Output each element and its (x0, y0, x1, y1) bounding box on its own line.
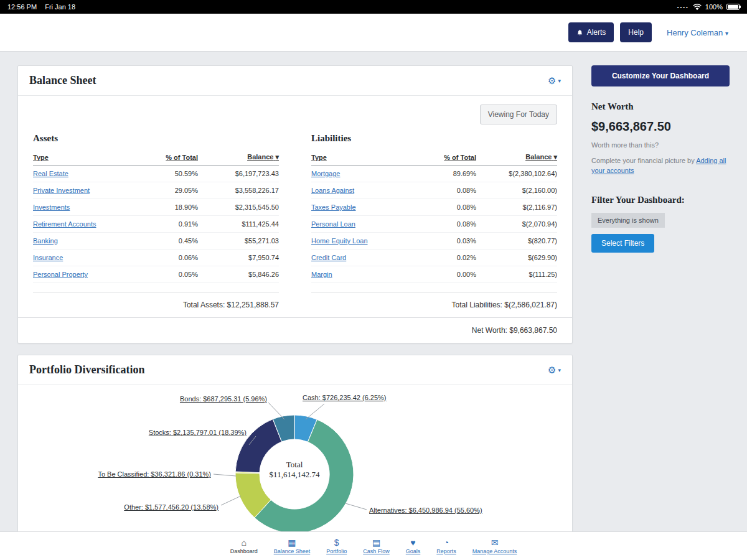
balance-value: $(2,070.94) (476, 220, 557, 228)
account-type-link[interactable]: Insurance (33, 254, 142, 261)
main-area: Balance Sheet ⚙ ▾ Viewing For Today Asse… (0, 51, 747, 531)
nav-item-balance-sheet[interactable]: ▦Balance Sheet (274, 538, 311, 554)
user-menu[interactable]: Henry Coleman ▾ (667, 28, 728, 37)
balance-value: $55,271.03 (198, 237, 279, 245)
account-type-link[interactable]: Banking (33, 237, 142, 245)
chart-label-to-be-classified[interactable]: To Be Classified: $36,321.86 (0.31%) (87, 470, 211, 478)
sort-caret-icon: ▾ (275, 153, 279, 161)
signal-dots-icon: •••• (677, 4, 689, 10)
help-button[interactable]: Help (620, 22, 652, 42)
chevron-down-icon: ▾ (725, 30, 728, 37)
nav-label: Dashboard (230, 548, 258, 554)
account-type-link[interactable]: Home Equity Loan (311, 237, 420, 245)
table-row: Insurance0.06%$7,950.74 (33, 250, 279, 266)
nav-item-goals[interactable]: ♥Goals (406, 538, 421, 554)
column-type[interactable]: Type (33, 154, 142, 161)
net-worth-value: $9,663,867.50 (591, 119, 730, 134)
customize-dashboard-button[interactable]: Customize Your Dashboard (591, 65, 730, 86)
status-date: Fri Jan 18 (45, 3, 75, 11)
chart-label-cash[interactable]: Cash: $726,235.42 (6.25%) (303, 394, 387, 401)
chart-label-stocks[interactable]: Stocks: $2,135,797.01 (18.39%) (122, 429, 247, 436)
account-type-link[interactable]: Personal Loan (311, 220, 420, 228)
liabilities-table-header: Type % of Total Balance ▾ (311, 150, 557, 166)
complete-picture-text: Complete your financial picture by Addin… (591, 156, 730, 176)
balance-value: $(820.77) (476, 237, 557, 245)
nav-label: Manage Accounts (472, 548, 517, 554)
chevron-down-icon: ▾ (558, 78, 561, 84)
column-pct-of-total[interactable]: % of Total (142, 154, 198, 161)
nav-item-portfolio[interactable]: $Portfolio (326, 538, 347, 554)
pct-of-total-value: 50.59% (142, 170, 198, 177)
complete-prefix: Complete your financial picture by (591, 157, 696, 164)
account-type-link[interactable]: Real Estate (33, 170, 142, 177)
status-time-date: 12:56 PM Fri Jan 18 (7, 3, 82, 11)
nav-item-dashboard[interactable]: ⌂Dashboard (230, 538, 258, 554)
column-pct-of-total[interactable]: % of Total (420, 154, 476, 161)
assets-rows: Real Estate50.59%$6,197,723.43Private In… (33, 166, 279, 283)
balance-value: $111,425.44 (198, 220, 279, 228)
home-icon: ⌂ (241, 538, 246, 548)
balance-sheet-settings-button[interactable]: ⚙ ▾ (548, 75, 561, 86)
gear-icon: ⚙ (548, 75, 556, 86)
liabilities-rows: Mortgage89.69%$(2,380,102.64)Loans Again… (311, 166, 557, 283)
column-balance-sortable[interactable]: Balance ▾ (476, 153, 557, 161)
portfolio-settings-button[interactable]: ⚙ ▾ (548, 365, 561, 376)
status-bar: 12:56 PM Fri Jan 18 •••• 100% (0, 0, 747, 14)
chart-label-other[interactable]: Other: $1,577,456.20 (13.58%) (119, 503, 218, 511)
nav-label: Reports (436, 548, 456, 554)
account-type-link[interactable]: Investments (33, 203, 142, 211)
status-time: 12:56 PM (7, 3, 37, 11)
assets-title: Assets (33, 133, 279, 144)
worth-question: Worth more than this? (591, 140, 730, 151)
pct-of-total-value: 89.69% (420, 170, 476, 177)
pct-of-total-value: 0.02% (420, 254, 476, 261)
account-type-link[interactable]: Margin (311, 271, 420, 278)
table-row: Credit Card0.02%$(629.90) (311, 250, 557, 266)
account-type-link[interactable]: Private Investment (33, 187, 142, 194)
table-row: Retirement Accounts0.91%$111,425.44 (33, 216, 279, 233)
viewing-for-today-button[interactable]: Viewing For Today (480, 105, 557, 124)
column-balance-sortable[interactable]: Balance ▾ (198, 153, 279, 161)
filter-dashboard-heading: Filter Your Dashboard: (591, 195, 730, 205)
pct-of-total-value: 0.08% (420, 203, 476, 211)
select-filters-button[interactable]: Select Filters (591, 234, 654, 253)
wifi-icon (693, 4, 702, 11)
portfolio-diversification-card: Portfolio Diversification ⚙ ▾ (17, 355, 573, 560)
dollar-icon: $ (334, 538, 339, 548)
account-type-link[interactable]: Retirement Accounts (33, 220, 142, 228)
account-type-link[interactable]: Mortgage (311, 170, 420, 177)
chart-label-bonds[interactable]: Bonds: $687,295.31 (5.96%) (143, 395, 267, 403)
chart-label-alternatives[interactable]: Alternatives: $6,450,986.94 (55.60%) (369, 506, 482, 514)
liabilities-table: Liabilities Type % of Total Balance ▾ Mo… (311, 133, 557, 317)
nav-item-manage-accounts[interactable]: ✉Manage Accounts (472, 538, 517, 554)
account-type-link[interactable]: Credit Card (311, 254, 420, 261)
balance-value: $(2,116.97) (476, 203, 557, 211)
column-type[interactable]: Type (311, 154, 420, 161)
pct-of-total-value: 29.05% (142, 187, 198, 194)
filter-status-badge: Everything is shown (591, 213, 665, 228)
grid-icon: ▦ (288, 538, 296, 548)
nav-item-cash-flow[interactable]: ▤Cash Flow (363, 538, 390, 554)
balance-value: $3,558,226.17 (198, 187, 279, 194)
account-type-link[interactable]: Taxes Payable (311, 203, 420, 211)
pct-of-total-value: 0.91% (142, 220, 198, 228)
sort-caret-icon: ▾ (553, 153, 557, 161)
pct-of-total-value: 0.45% (142, 237, 198, 245)
alerts-button[interactable]: Alerts (568, 22, 614, 42)
table-row: Personal Loan0.08%$(2,070.94) (311, 216, 557, 233)
account-type-link[interactable]: Personal Property (33, 271, 142, 278)
pct-of-total-value: 0.05% (142, 271, 198, 278)
pie-icon: ◔ (444, 538, 449, 548)
balance-sheet-title: Balance Sheet (29, 74, 96, 87)
pct-of-total-value: 18.90% (142, 203, 198, 211)
donut-center-value: $11,614,142.74 (245, 470, 344, 480)
account-type-link[interactable]: Loans Against (311, 187, 420, 194)
balance-sheet-card: Balance Sheet ⚙ ▾ Viewing For Today Asse… (17, 65, 573, 343)
liabilities-title: Liabilities (311, 133, 557, 144)
assets-table-header: Type % of Total Balance ▾ (33, 150, 279, 166)
donut-center-total: Total $11,614,142.74 (245, 460, 344, 480)
table-row: Home Equity Loan0.03%$(820.77) (311, 233, 557, 250)
chevron-down-icon: ▾ (558, 367, 561, 373)
table-row: Margin0.00%$(111.25) (311, 266, 557, 283)
nav-item-reports[interactable]: ◔Reports (436, 538, 456, 554)
